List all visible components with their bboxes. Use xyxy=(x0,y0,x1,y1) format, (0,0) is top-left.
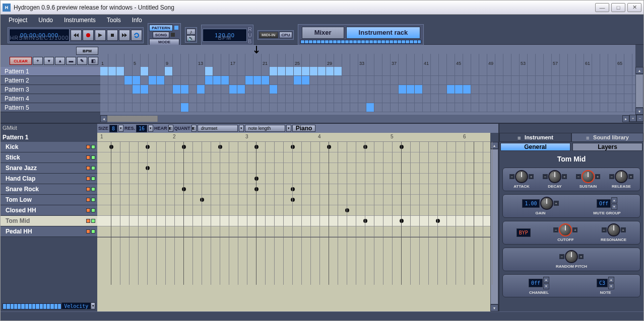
pattern-grid[interactable] xyxy=(97,142,490,237)
time-display: 00:00:00.000 HRSMINSEC1/1000 xyxy=(9,29,70,42)
drumset-select[interactable]: drumset xyxy=(198,125,238,132)
main-toolbar: 00:00:00.000 HRSMINSEC1/1000 PATTERN SON… xyxy=(1,26,643,45)
instrument-row[interactable]: Snare Rock xyxy=(1,184,97,195)
tab-instrument[interactable]: ≡Instrument xyxy=(499,133,571,142)
note-up[interactable]: ▴ xyxy=(608,277,614,283)
quant-toggle[interactable]: ◧ xyxy=(191,125,197,132)
instrument-panel: ≡Instrument ≡Sound library General Layer… xyxy=(498,124,643,311)
tab-layers[interactable]: Layers xyxy=(572,143,642,151)
channel-up[interactable]: ▴ xyxy=(543,277,549,283)
res-value[interactable]: 16 xyxy=(136,125,147,132)
release-label: RELEASE xyxy=(612,184,631,189)
select-mode-button[interactable]: ✎ xyxy=(77,57,87,65)
pattern-item[interactable]: Pattern 1 xyxy=(1,67,100,76)
draw-mode-button[interactable]: ▬ xyxy=(66,57,76,65)
res-dropdown[interactable]: ▾ xyxy=(148,125,153,132)
instrument-row[interactable]: Snare Jazz xyxy=(1,163,97,174)
close-button[interactable]: ✕ xyxy=(627,3,641,12)
song-ruler[interactable]: 1591317212529333741454953576165 xyxy=(100,45,635,67)
pattern-item[interactable]: Pattern 3 xyxy=(1,85,100,94)
app-icon: H xyxy=(3,4,11,12)
bpm-timeline-button[interactable]: BPM xyxy=(76,47,98,55)
clear-button[interactable]: CLEAR xyxy=(10,57,32,65)
bypass-button[interactable]: BYP xyxy=(517,228,531,237)
menu-undo[interactable]: Undo xyxy=(38,17,53,24)
mutegroup-down[interactable]: ▾ xyxy=(611,204,617,210)
gain-label: GAIN xyxy=(535,211,545,215)
forward-button[interactable] xyxy=(119,30,130,41)
mixer-button[interactable]: Mixer xyxy=(302,27,344,39)
gain-knob[interactable] xyxy=(540,197,553,210)
drumset-dropdown[interactable]: ▾ xyxy=(239,125,244,132)
move-up-button[interactable]: ▴ xyxy=(55,57,65,65)
mode-song-button[interactable]: SONG xyxy=(153,32,170,38)
song-scroll-down[interactable]: ▾ xyxy=(635,108,643,115)
instrument-rack-button[interactable]: Instrument rack xyxy=(346,27,421,39)
velocity-dropdown[interactable]: ▾ xyxy=(91,302,95,309)
attack-knob[interactable] xyxy=(515,170,528,183)
menu-instruments[interactable]: Instruments xyxy=(64,17,96,24)
instrument-row[interactable]: Tom Mid xyxy=(1,216,97,226)
pattern-item[interactable]: Pattern 2 xyxy=(1,76,100,85)
tab-general[interactable]: General xyxy=(500,143,570,151)
song-grid[interactable] xyxy=(100,67,635,115)
pattern-item[interactable]: Pattern 5 xyxy=(1,103,100,112)
timeline-toggle-button[interactable]: ◧ xyxy=(88,57,98,65)
notelength-dropdown[interactable]: ▾ xyxy=(286,125,291,132)
song-hscroll[interactable]: ◂ ▸ xyxy=(100,115,629,123)
instrument-row[interactable]: Hand Clap xyxy=(1,174,97,184)
song-zoom-out[interactable]: − xyxy=(636,115,643,122)
move-down-button[interactable]: ▾ xyxy=(44,57,54,65)
instrument-row[interactable]: Kick xyxy=(1,142,97,152)
instrument-row[interactable]: Closed HH xyxy=(1,205,97,216)
tab-sound-library[interactable]: ≡Sound library xyxy=(571,133,643,142)
menu-project[interactable]: Project xyxy=(9,17,27,24)
loop-button[interactable] xyxy=(131,30,142,41)
velocity-selector[interactable]: Velocity xyxy=(61,302,91,309)
bpm-display[interactable]: 120.00 BPM xyxy=(203,29,247,42)
svg-rect-1 xyxy=(111,34,114,37)
random-pitch-knob[interactable] xyxy=(565,250,578,263)
metronome-button[interactable]: ♪ xyxy=(186,29,196,35)
note-label: NOTE xyxy=(600,290,611,295)
note-down[interactable]: ▾ xyxy=(608,283,614,289)
hear-toggle[interactable]: ◧ xyxy=(168,125,173,132)
stop-button[interactable] xyxy=(107,30,118,41)
instrument-row[interactable]: Tom Low xyxy=(1,195,97,205)
song-zoom-in[interactable]: + xyxy=(629,115,636,122)
piano-button[interactable]: Piano xyxy=(292,125,316,132)
pattern-item[interactable]: Pattern 4 xyxy=(1,94,100,103)
midi-in-button[interactable]: MIDI-IN xyxy=(259,32,278,38)
instrument-row[interactable]: Pedal HH xyxy=(1,226,97,237)
cutoff-label: CUTOFF xyxy=(557,237,573,242)
menu-info[interactable]: Info xyxy=(132,17,142,24)
rewind-button[interactable] xyxy=(71,30,82,41)
titlebar: H Hydrogen 0.9.6 preview release for win… xyxy=(1,1,643,15)
window-title: Hydrogen 0.9.6 preview release for windo… xyxy=(14,4,595,11)
add-pattern-button[interactable]: + xyxy=(33,57,43,65)
speaker-button[interactable]: 🔊 xyxy=(186,35,196,41)
pattern-scroll-down[interactable]: ▾ xyxy=(490,304,498,311)
mutegroup-up[interactable]: ▴ xyxy=(611,197,617,203)
menu-tools[interactable]: Tools xyxy=(107,17,121,24)
attack-label: ATTACK xyxy=(513,184,530,189)
decay-knob[interactable] xyxy=(548,170,561,183)
pattern-name: Pattern 1 xyxy=(1,133,97,142)
resonance-knob[interactable] xyxy=(607,223,620,236)
mode-pattern-button[interactable]: PATTERN xyxy=(149,25,173,31)
size-label: SIZE xyxy=(98,126,108,131)
size-dropdown[interactable]: ▾ xyxy=(118,125,123,132)
instrument-row[interactable]: Stick xyxy=(1,152,97,163)
release-knob[interactable] xyxy=(615,170,628,183)
play-button[interactable] xyxy=(95,30,106,41)
record-button[interactable] xyxy=(83,30,94,41)
size-value[interactable]: 8 xyxy=(109,125,117,132)
velocity-editor[interactable] xyxy=(97,237,490,285)
notelength-select[interactable]: note length xyxy=(245,125,285,132)
song-scroll-up[interactable]: ▴ xyxy=(635,67,643,74)
minimize-button[interactable]: — xyxy=(595,3,609,12)
channel-down[interactable]: ▾ xyxy=(543,283,549,289)
sustain-knob[interactable] xyxy=(582,170,595,183)
cutoff-knob[interactable] xyxy=(559,223,572,236)
maximize-button[interactable]: □ xyxy=(611,3,625,12)
